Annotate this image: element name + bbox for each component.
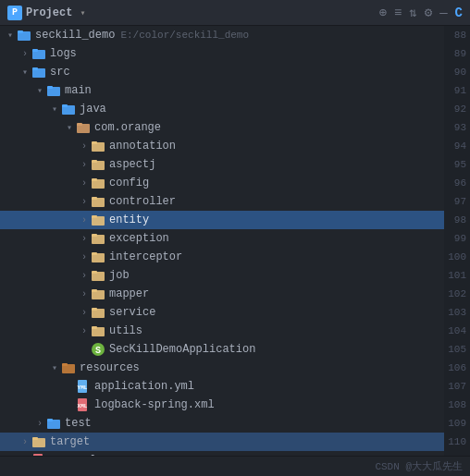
- project-icon: P: [7, 6, 22, 20]
- line-number: 99: [444, 229, 466, 248]
- settings-icon[interactable]: ⚙: [425, 5, 432, 20]
- chevron-closed-icon[interactable]: [78, 140, 91, 153]
- chevron-closed-icon[interactable]: [78, 250, 91, 263]
- line-number: 94: [444, 137, 466, 155]
- svg-rect-13: [92, 141, 97, 144]
- folder-icon-test: [46, 416, 61, 431]
- tree-panel[interactable]: seckill_demoE:/color/seckill_demologssrc…: [0, 26, 444, 456]
- line-number: 96: [444, 174, 466, 192]
- line-number: 92: [444, 100, 466, 118]
- line-number: 110: [444, 433, 466, 451]
- folder-icon-src: [31, 65, 46, 79]
- line-number: 89: [444, 44, 466, 63]
- locate-icon[interactable]: ⊕: [378, 5, 386, 20]
- item-label-com.orange: com.orange: [94, 121, 161, 134]
- tree-item-exception[interactable]: exception: [0, 229, 444, 248]
- folder-icon-config: [91, 176, 105, 190]
- tree-item-main[interactable]: main: [0, 81, 444, 100]
- item-label-seckill_demo: seckill_demo: [35, 29, 115, 42]
- tree-item-utils[interactable]: utils: [0, 322, 444, 340]
- bottom-bar: CSDN @大大瓜先生: [0, 456, 470, 476]
- tree-item-resources[interactable]: resources: [0, 359, 444, 377]
- chevron-closed-icon[interactable]: [78, 306, 91, 319]
- tree-item-src[interactable]: src: [0, 63, 444, 81]
- svg-rect-17: [92, 178, 97, 181]
- item-label-job: job: [109, 269, 130, 282]
- svg-rect-25: [92, 252, 97, 255]
- tree-item-config[interactable]: config: [0, 174, 444, 192]
- chevron-down-icon[interactable]: [76, 6, 89, 19]
- chevron-closed-icon[interactable]: [78, 214, 91, 226]
- expand-icon[interactable]: ⇅: [409, 5, 416, 20]
- tree-item-annotation[interactable]: annotation: [0, 137, 444, 155]
- header-title: Project: [26, 6, 72, 19]
- folder-icon-main: [46, 83, 61, 98]
- line-number: 100: [444, 248, 466, 266]
- tree-item-target[interactable]: target: [0, 433, 444, 451]
- chevron-open-icon[interactable]: [63, 121, 76, 134]
- svg-rect-7: [47, 86, 53, 89]
- svg-rect-3: [32, 49, 38, 52]
- tree-item-aspectj[interactable]: aspectj: [0, 155, 444, 174]
- line-number: 98: [444, 211, 466, 229]
- line-number: 105: [444, 340, 466, 359]
- tree-item-logs[interactable]: logs: [0, 44, 444, 63]
- tree-item-java[interactable]: java: [0, 100, 444, 118]
- line-number: 104: [444, 322, 466, 340]
- chevron-closed-icon[interactable]: [78, 324, 91, 337]
- chevron-closed-icon[interactable]: [19, 435, 31, 448]
- folder-icon-aspectj: [91, 157, 105, 172]
- svg-rect-21: [92, 215, 97, 218]
- header-icons: ⊕ ≡ ⇅ ⚙ — C: [378, 5, 463, 20]
- tree-item-interceptor[interactable]: interceptor: [0, 248, 444, 266]
- folder-icon-controller: [91, 194, 105, 209]
- folder-icon-entity: [91, 213, 105, 227]
- svg-rect-15: [92, 160, 97, 163]
- item-label-SecKillDemoApplication: SecKillDemoApplication: [109, 343, 255, 356]
- list-icon[interactable]: ≡: [394, 6, 402, 20]
- line-number: 101: [444, 266, 466, 285]
- tree-item-logback-spring.xml[interactable]: XMLlogback-spring.xml: [0, 396, 444, 414]
- yml-icon: YML: [76, 379, 91, 394]
- chevron-closed-icon[interactable]: [33, 417, 46, 430]
- svg-rect-43: [47, 419, 53, 421]
- line-number: 103: [444, 303, 466, 322]
- tree-item-test[interactable]: test: [0, 414, 444, 433]
- item-label-aspectj: aspectj: [109, 158, 155, 171]
- chevron-open-icon[interactable]: [33, 84, 46, 97]
- item-label-interceptor: interceptor: [109, 250, 182, 263]
- tree-item-application.yml[interactable]: YMLapplication.yml: [0, 377, 444, 396]
- chevron-open-icon[interactable]: [48, 103, 61, 116]
- project-folder-icon: [17, 28, 31, 43]
- tree-item-entity[interactable]: entity: [0, 211, 444, 229]
- chevron-closed-icon[interactable]: [78, 158, 91, 171]
- item-label-entity: entity: [109, 214, 149, 226]
- chevron-closed-icon[interactable]: [78, 195, 91, 208]
- chevron-open-icon[interactable]: [4, 29, 17, 42]
- chevron-open-icon[interactable]: [48, 361, 61, 374]
- tree-item-job[interactable]: job: [0, 266, 444, 285]
- chevron-closed-icon[interactable]: [78, 287, 91, 300]
- chevron-closed-icon[interactable]: [78, 269, 91, 282]
- chevron-closed-icon[interactable]: [78, 177, 91, 189]
- item-label-logback-spring.xml: logback-spring.xml: [94, 398, 215, 411]
- tree-item-service[interactable]: service: [0, 303, 444, 322]
- item-label-test: test: [65, 417, 92, 430]
- tree-item-seckill_demo[interactable]: seckill_demoE:/color/seckill_demo: [0, 26, 444, 44]
- tree-item-controller[interactable]: controller: [0, 192, 444, 211]
- line-numbers-panel: 8889909192939495969798991001011021031041…: [444, 26, 470, 456]
- chevron-open-icon[interactable]: [19, 66, 31, 79]
- chevron-closed-icon[interactable]: [78, 232, 91, 245]
- tree-item-mapper[interactable]: mapper: [0, 285, 444, 303]
- svg-rect-9: [62, 104, 68, 107]
- tree-item-com.orange[interactable]: com.orange: [0, 118, 444, 137]
- item-label-exception: exception: [109, 232, 169, 245]
- minimize-icon[interactable]: —: [439, 6, 447, 20]
- chevron-closed-icon[interactable]: [19, 47, 31, 60]
- item-label-main: main: [65, 84, 92, 97]
- folder-icon-resources: [61, 360, 76, 375]
- close-icon[interactable]: C: [455, 6, 463, 20]
- tree-item-SecKillDemoApplication[interactable]: SSecKillDemoApplication: [0, 340, 444, 359]
- line-number: 109: [444, 414, 466, 433]
- folder-icon-java: [61, 102, 76, 116]
